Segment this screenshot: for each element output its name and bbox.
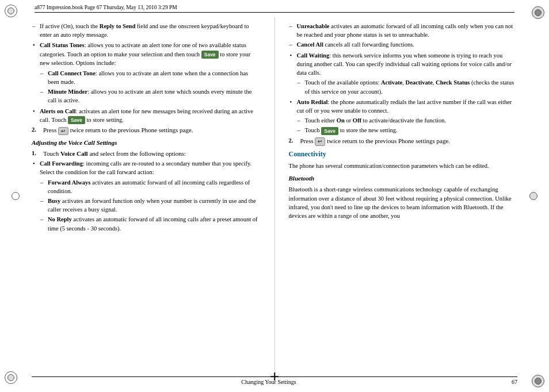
save-button-3[interactable]: Save	[321, 127, 338, 135]
dash-forward-always: Forward Always activates an automatic fo…	[40, 178, 261, 195]
book-info: a877 Impression.book Page 67 Thursday, M…	[35, 5, 514, 10]
save-button-1[interactable]: Save	[201, 51, 219, 59]
bullet-alerts-on-call: Alerts on Call: activates an alert tone …	[32, 107, 261, 125]
bullet-call-status-tones: Call Status Tones: allows you to activat…	[32, 41, 261, 105]
content-area: If active (On), touch the Reply to Send …	[32, 17, 517, 372]
footer-title: Changing Your Settings	[241, 379, 296, 385]
bullet-call-forwarding: Call Forwarding: incoming calls are re-r…	[32, 159, 261, 233]
connectivity-heading: Connectivity	[289, 149, 518, 159]
dash-minute-minder: Minute Minder: allows you to activate an…	[40, 87, 261, 105]
dash-call-waiting-options: Touch of the available options: Activate…	[297, 78, 518, 95]
right-column: Unreachable activates an automatic forwa…	[289, 17, 518, 372]
bullet-auto-redial: Auto Redial: the phone automatically red…	[289, 98, 518, 135]
corner-tl	[5, 5, 21, 21]
call-status-sub-list: Call Connect Tone: allows you to activat…	[40, 69, 261, 105]
right-voice-options-list: Call Waiting: this network service infor…	[289, 51, 518, 136]
back-button-2[interactable]: ↩	[315, 137, 325, 146]
continued-dash-list: If active (On), touch the Reply to Send …	[32, 22, 261, 39]
auto-redial-sub-list: Touch either On or Off to activate/deact…	[297, 116, 518, 135]
step-2-right: 2. Press ↩ twice return to the previous …	[289, 137, 518, 146]
corner-tr	[528, 5, 544, 21]
dash-busy: Busy activates an forward function only …	[40, 197, 261, 214]
page-footer: Changing Your Settings 67	[32, 376, 517, 385]
column-divider	[274, 17, 275, 372]
left-column: If active (On), touch the Reply to Send …	[32, 17, 261, 372]
save-button-2[interactable]: Save	[68, 116, 85, 124]
dash-call-connect: Call Connect Tone: allows you to activat…	[40, 69, 261, 86]
adjusting-voice-call-heading: Adjusting the Voice Call Settings	[32, 139, 261, 148]
voice-call-options-list: Call Forwarding: incoming calls are re-r…	[32, 159, 261, 233]
corner-bl	[5, 371, 21, 387]
dash-save-setting: Touch Save to store the new setting.	[297, 126, 518, 135]
footer-page-number: 67	[506, 379, 517, 385]
bluetooth-heading: Bluetooth	[289, 174, 518, 183]
bullet-call-waiting: Call Waiting: this network service infor…	[289, 51, 518, 96]
step-2-left: 2. Press ↩ twice return to the previous …	[32, 126, 261, 135]
call-forwarding-sub-list: Forward Always activates an automatic fo…	[40, 178, 261, 233]
back-button-1[interactable]: ↩	[58, 127, 68, 136]
page-container: a877 Impression.book Page 67 Thursday, M…	[0, 0, 549, 392]
corner-br	[528, 371, 544, 387]
call-waiting-sub-list: Touch of the available options: Activate…	[297, 78, 518, 95]
call-status-tones-list: Call Status Tones: allows you to activat…	[32, 41, 261, 124]
step-1-voice-call: 1. Touch Voice Call and select from the …	[32, 150, 261, 157]
connectivity-text: The phone has several communication/conn…	[289, 162, 518, 170]
dash-reply-to-send: If active (On), touch the Reply to Send …	[32, 22, 261, 39]
top-bar: a877 Impression.book Page 67 Thursday, M…	[35, 5, 514, 13]
continued-forwarding-list: Unreachable activates an automatic forwa…	[289, 22, 518, 49]
dash-cancel-all: Cancel All cancels all call forwarding f…	[289, 40, 518, 49]
dash-unreachable: Unreachable activates an automatic forwa…	[289, 22, 518, 39]
left-marker	[12, 192, 20, 200]
bluetooth-text: Bluetooth is a short-range wireless comm…	[289, 185, 518, 220]
dash-on-off: Touch either On or Off to activate/deact…	[297, 116, 518, 125]
right-marker	[529, 192, 537, 200]
dash-no-reply: No Reply activates an automatic forward …	[40, 215, 261, 232]
